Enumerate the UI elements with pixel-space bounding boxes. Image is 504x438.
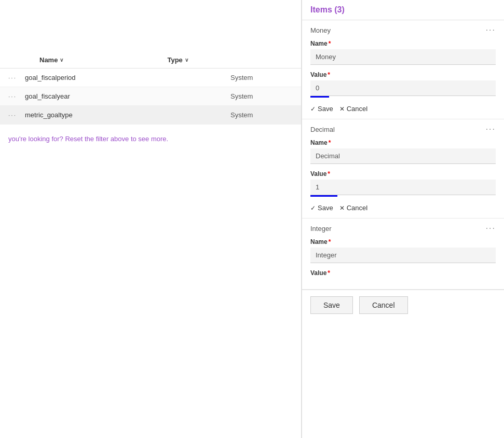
- name-field-group-money: Name *: [302, 38, 504, 69]
- row-menu-dots[interactable]: ···: [8, 74, 17, 81]
- row-field-name: metric_goaltype: [25, 111, 230, 119]
- blue-underline-decimal: [310, 195, 337, 197]
- item-menu-dots-money[interactable]: ···: [486, 25, 496, 35]
- name-field-group-decimal: Name *: [302, 137, 504, 168]
- item-section-integer: Integer ··· Name * Value *: [302, 218, 504, 290]
- save-button-money[interactable]: ✓ Save: [310, 105, 333, 113]
- right-panel: Items (3) Money ··· Name * Value *: [302, 0, 504, 438]
- table-row[interactable]: ··· metric_goaltype System: [0, 106, 301, 125]
- blue-underline-money: [310, 96, 329, 98]
- save-button-decimal[interactable]: ✓ Save: [310, 204, 333, 212]
- value-field-label-money: Value *: [310, 71, 496, 78]
- check-icon: ✓: [310, 105, 316, 113]
- name-column-label: Name: [39, 56, 58, 64]
- table-row[interactable]: ··· goal_fiscalperiod System: [0, 69, 301, 87]
- name-required-star: *: [329, 40, 331, 47]
- check-icon-decimal: ✓: [310, 204, 316, 212]
- bottom-bar: Save Cancel: [302, 290, 504, 320]
- bottom-cancel-button[interactable]: Cancel: [359, 296, 408, 314]
- value-required-star-integer: *: [328, 269, 330, 277]
- panel-header: Items (3): [302, 0, 504, 20]
- save-cancel-row-decimal: ✓ Save ✕ Cancel: [302, 201, 504, 212]
- value-field-group-integer: Value *: [302, 267, 504, 283]
- name-input-decimal[interactable]: [310, 148, 496, 164]
- row-field-type: System: [230, 111, 293, 119]
- x-icon: ✕: [339, 105, 345, 113]
- value-required-star: *: [328, 71, 330, 78]
- name-field-label-decimal: Name *: [310, 139, 496, 146]
- left-panel: Name ∨ Type ∨ ··· goal_fiscalperiod Syst…: [0, 0, 302, 438]
- item-menu-dots-integer[interactable]: ···: [486, 224, 496, 233]
- value-input-wrapper-decimal: [310, 180, 496, 197]
- item-label-integer: Integer: [310, 225, 331, 232]
- name-required-star-integer: *: [329, 238, 331, 245]
- item-menu-dots-decimal[interactable]: ···: [486, 125, 496, 134]
- item-section-money: Money ··· Name * Value * ✓ Save: [302, 20, 504, 119]
- name-field-label-money: Name *: [310, 40, 496, 47]
- value-field-label-decimal: Value *: [310, 170, 496, 177]
- type-column-label: Type: [167, 56, 182, 64]
- item-label-row-decimal: Decimal ···: [302, 119, 504, 137]
- filter-message: you're looking for? Reset the filter abo…: [0, 125, 301, 153]
- row-menu-dots[interactable]: ···: [8, 93, 17, 100]
- name-input-money[interactable]: [310, 49, 496, 65]
- item-label-row-money: Money ···: [302, 20, 504, 38]
- row-field-type: System: [230, 74, 293, 81]
- save-cancel-row-money: ✓ Save ✕ Cancel: [302, 102, 504, 113]
- value-input-wrapper-money: [310, 80, 496, 98]
- row-field-name: goal_fiscalperiod: [25, 74, 230, 81]
- bottom-save-button[interactable]: Save: [310, 296, 353, 314]
- value-required-star-decimal: *: [328, 170, 330, 177]
- value-field-label-integer: Value *: [310, 269, 496, 277]
- item-label-decimal: Decimal: [310, 126, 335, 133]
- value-field-group-decimal: Value *: [302, 168, 504, 201]
- name-column-header[interactable]: Name ∨: [39, 56, 63, 64]
- type-sort-icon[interactable]: ∨: [185, 57, 188, 63]
- type-column-header[interactable]: Type ∨: [167, 56, 188, 64]
- name-required-star-decimal: *: [329, 139, 331, 146]
- value-input-money[interactable]: [310, 80, 496, 96]
- item-label-money: Money: [310, 26, 331, 34]
- row-menu-dots[interactable]: ···: [8, 112, 17, 119]
- item-label-row-integer: Integer ···: [302, 218, 504, 236]
- panel-title: Items (3): [310, 5, 345, 14]
- value-field-group-money: Value *: [302, 69, 504, 102]
- cancel-button-decimal[interactable]: ✕ Cancel: [339, 204, 367, 212]
- table-header: Name ∨ Type ∨: [0, 52, 301, 69]
- name-input-integer[interactable]: [310, 248, 496, 263]
- table-row[interactable]: ··· goal_fiscalyear System: [0, 87, 301, 106]
- value-input-decimal[interactable]: [310, 180, 496, 195]
- name-field-group-integer: Name *: [302, 236, 504, 267]
- name-sort-icon[interactable]: ∨: [60, 57, 63, 63]
- cancel-button-money[interactable]: ✕ Cancel: [339, 105, 367, 113]
- x-icon-decimal: ✕: [339, 204, 345, 212]
- name-field-label-integer: Name *: [310, 238, 496, 245]
- row-field-type: System: [230, 92, 293, 100]
- row-field-name: goal_fiscalyear: [25, 92, 230, 100]
- item-section-decimal: Decimal ··· Name * Value * ✓ Save: [302, 119, 504, 218]
